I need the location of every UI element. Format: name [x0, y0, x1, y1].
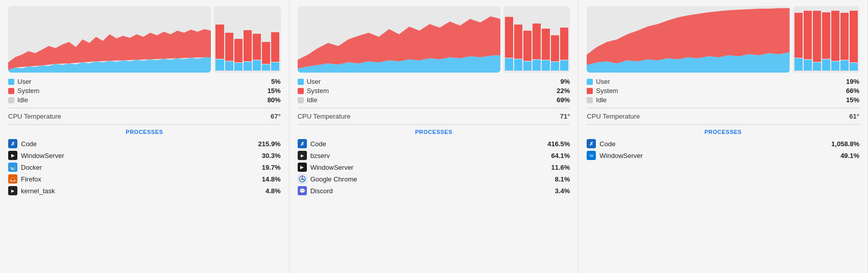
process-name-1-0: Code [21, 140, 37, 148]
bar-1 [215, 8, 224, 71]
process-icon-bzserv-2: ▶ [298, 151, 307, 160]
idle-dot-2 [298, 97, 304, 103]
processes-header-1: PROCESSES [8, 129, 281, 135]
legend-row-user-3: User 19% [587, 78, 859, 85]
bar2-3 [523, 8, 532, 71]
temp-value-3: 61° [849, 112, 859, 120]
user-dot-3 [587, 79, 593, 85]
bar2-7 [560, 8, 568, 71]
chart-bars-3 [793, 6, 859, 73]
idle-label-1: Idle [17, 96, 28, 104]
process-val-2-2: 11.6% [551, 164, 570, 171]
temp-label-1: CPU Temperature [8, 112, 61, 120]
system-label-1: System [17, 87, 39, 95]
bar-3 [234, 8, 243, 71]
bar-5 [253, 8, 261, 71]
bar-7 [271, 8, 279, 71]
process-name-2-2: WindowServer [310, 164, 354, 171]
system-label-3: System [596, 87, 618, 95]
user-dot-1 [8, 79, 14, 85]
system-value-1: 15% [268, 87, 281, 95]
process-row-1-0: ✗ Code 215.9% [8, 139, 281, 148]
chart-main-3 [587, 6, 789, 73]
process-icon-discord-2: 💬 [298, 186, 307, 195]
processes-header-3: PROCESSES [587, 129, 859, 135]
legend-2: User 9% System 22% Idle 69% [298, 78, 570, 104]
process-name-2-3: Google Chrome [310, 175, 357, 183]
user-label-2: User [307, 78, 321, 85]
process-icon-winserver-3: W [587, 151, 596, 160]
process-name-1-1: WindowServer [21, 152, 64, 160]
idle-label-2: Idle [307, 96, 318, 104]
legend-1: User 5% System 15% Idle 80% [8, 78, 281, 104]
system-dot-3 [587, 88, 593, 94]
process-icon-code-3: ✗ [587, 139, 596, 148]
legend-row-user-1: User 5% [8, 78, 281, 85]
process-name-3-0: Code [599, 140, 615, 148]
user-label-3: User [596, 78, 610, 85]
process-name-1-2: Docker [21, 164, 42, 171]
process-val-3-1: 49.1% [840, 152, 859, 160]
user-value-3: 19% [846, 78, 859, 85]
process-icon-code-1: ✗ [8, 139, 17, 148]
user-label-1: User [17, 78, 31, 85]
process-val-1-3: 14.8% [262, 175, 281, 183]
divider-2b [298, 124, 570, 125]
idle-dot-1 [8, 97, 14, 103]
chart-bars-1 [214, 6, 280, 73]
bar-6 [262, 8, 270, 71]
chart-bars-2 [503, 6, 570, 73]
chart-container-2 [298, 6, 570, 73]
temp-label-3: CPU Temperature [587, 112, 640, 120]
process-name-2-1: bzserv [310, 152, 330, 160]
process-icon-firefox-1: 🦊 [8, 174, 17, 184]
process-row-1-3: 🦊 Firefox 14.8% [8, 174, 281, 184]
process-row-2-4: 💬 Discord 3.4% [298, 186, 570, 195]
process-val-1-1: 30.3% [262, 152, 281, 160]
divider-3 [587, 108, 859, 108]
system-dot-1 [8, 88, 14, 94]
temp-value-2: 71° [560, 112, 570, 120]
divider-2 [298, 108, 570, 108]
bar2-5 [542, 8, 550, 71]
user-dot-2 [298, 79, 304, 85]
process-icon-docker-1: 🐋 [8, 163, 17, 172]
process-name-3-1: WindowServer [599, 152, 643, 160]
bar3-1 [794, 8, 803, 71]
temp-row-2: CPU Temperature 71° [298, 112, 570, 120]
bar3-3 [813, 8, 821, 71]
cpu-chart-3 [587, 6, 789, 73]
cpu-chart-2 [298, 6, 500, 73]
process-row-2-2: ▶ WindowServer 11.6% [298, 163, 570, 172]
panel-1: User 5% System 15% Idle 80% CPU Temperat… [0, 0, 290, 273]
chart-main-2 [298, 6, 500, 73]
temp-value-1: 67° [271, 112, 281, 120]
system-value-2: 22% [557, 87, 570, 95]
chart-container-3 [587, 6, 859, 73]
processes-header-2: PROCESSES [298, 129, 570, 135]
legend-row-idle-2: Idle 69% [298, 96, 570, 104]
process-row-2-3: Google Chrome 8.1% [298, 174, 570, 184]
process-val-3-0: 1,058.8% [831, 140, 859, 148]
svg-line-9 [303, 179, 304, 180]
process-row-2-1: ▶ bzserv 64.1% [298, 151, 570, 160]
process-icon-windowserver-2: ▶ [298, 163, 307, 172]
idle-value-1: 80% [268, 96, 281, 104]
system-value-3: 66% [846, 87, 859, 95]
process-row-1-1: ▶ WindowServer 30.3% [8, 151, 281, 160]
process-icon-chrome-2 [298, 174, 307, 184]
process-name-1-4: kernel_task [21, 187, 55, 195]
svg-line-10 [300, 179, 301, 180]
idle-dot-3 [587, 97, 593, 103]
bar3-2 [804, 8, 812, 71]
bar2-4 [533, 8, 541, 71]
legend-3: User 19% System 66% Idle 15% [587, 78, 859, 104]
process-val-2-1: 64.1% [551, 152, 570, 160]
user-value-2: 9% [561, 78, 570, 85]
idle-label-3: Idle [596, 96, 607, 104]
panel-2: User 9% System 22% Idle 69% CPU Temperat… [290, 0, 579, 273]
process-val-2-0: 416.5% [547, 140, 570, 148]
bar3-5 [831, 8, 839, 71]
process-icon-code-2: ✗ [298, 139, 307, 148]
system-label-2: System [307, 87, 329, 95]
